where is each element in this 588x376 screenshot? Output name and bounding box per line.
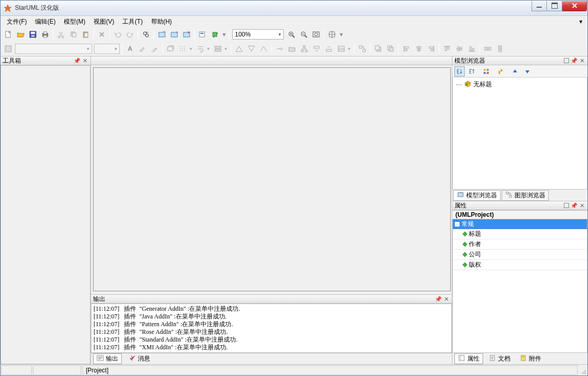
show-op1-button[interactable]	[233, 43, 245, 54]
paste-button[interactable]	[80, 29, 91, 40]
tab-attachments[interactable]: 附件	[516, 353, 545, 364]
output-pin-icon[interactable]: 📌	[435, 295, 442, 303]
toolbox-pin-icon[interactable]: 📌	[74, 57, 81, 64]
font-family-combo[interactable]	[15, 44, 92, 54]
zoom-fit-button[interactable]	[310, 29, 322, 40]
model-browser-close-icon[interactable]: ✕	[578, 57, 585, 64]
undo-button[interactable]	[112, 29, 123, 40]
menubar-expand-icon[interactable]: ▾	[579, 18, 585, 25]
tab-model-browser[interactable]: 模型浏览器	[453, 190, 501, 201]
menu-file[interactable]: 文件(F)	[3, 16, 31, 27]
align-hcenter-button[interactable]	[413, 43, 425, 54]
compartment-button[interactable]	[336, 43, 347, 54]
tab-properties[interactable]: 属性	[454, 353, 483, 364]
linestyle-dropdown-icon[interactable]: ▾	[190, 46, 194, 51]
properties-pin-icon[interactable]: 📌	[571, 202, 578, 209]
diagram-del-button[interactable]	[181, 29, 192, 40]
show-op3-button[interactable]	[258, 43, 269, 54]
folder-button[interactable]	[286, 43, 298, 54]
output-body[interactable]: [11:12:07] 插件 "Generator AddIn" :在菜单中注册成…	[91, 304, 452, 353]
find-button[interactable]	[140, 29, 152, 40]
cut-button[interactable]	[56, 29, 67, 40]
menu-edit[interactable]: 编辑(E)	[31, 16, 60, 27]
color-fill-button[interactable]	[3, 43, 14, 54]
properties-grid[interactable]: - 常规 标题 作者 公司 版权	[452, 219, 587, 353]
tree-refresh-button[interactable]	[495, 66, 506, 77]
print-button[interactable]	[40, 29, 51, 40]
hierarchy-button[interactable]	[299, 43, 310, 54]
prop-row-author[interactable]: 作者	[453, 239, 587, 250]
tree-down-button[interactable]	[522, 66, 532, 77]
tab-docs[interactable]: 文档	[485, 353, 514, 364]
model-browser-dock-icon[interactable]	[564, 58, 569, 63]
align-dropdown-icon[interactable]: ▾	[339, 29, 344, 40]
sort-asc-button[interactable]	[454, 66, 465, 77]
model-browser-pin-icon[interactable]: 📌	[571, 57, 578, 64]
align-center-button[interactable]	[326, 29, 338, 40]
align-bottom-button[interactable]	[466, 43, 477, 54]
menu-help[interactable]: 帮助(H)	[147, 16, 176, 27]
diagram-new-button[interactable]	[156, 29, 168, 40]
toolbox-close-icon[interactable]: ✕	[81, 57, 88, 64]
menu-model[interactable]: 模型(M)	[60, 16, 89, 27]
tab-diagram-browser[interactable]: 图形浏览器	[502, 190, 549, 201]
prop-row-copyright[interactable]: 版权	[453, 260, 587, 270]
tree-root-item[interactable]: ⋯ 无标题	[455, 80, 585, 89]
tab-output[interactable]: 输出	[93, 353, 122, 364]
brush-button[interactable]	[149, 43, 160, 54]
stereotype-button[interactable]	[165, 43, 176, 54]
output-close-icon[interactable]: ✕	[443, 295, 450, 303]
distribute-h-button[interactable]	[482, 43, 493, 54]
zoom-out-button[interactable]	[298, 29, 309, 40]
delete-button[interactable]	[96, 29, 107, 40]
highlight-button[interactable]	[137, 43, 148, 54]
align-right-button[interactable]	[426, 43, 437, 54]
bring-front-button[interactable]	[373, 43, 384, 54]
category-toggle-icon[interactable]: -	[455, 222, 460, 227]
copy-button[interactable]	[68, 29, 79, 40]
layout-auto-button[interactable]	[357, 43, 368, 54]
properties-close-icon[interactable]: ✕	[578, 202, 585, 209]
diagram-add-button[interactable]: +	[169, 29, 180, 40]
tree-filter-button[interactable]	[481, 66, 491, 77]
addins-button[interactable]	[209, 29, 220, 40]
collapse-button[interactable]	[311, 43, 322, 54]
show-op2-button[interactable]	[246, 43, 257, 54]
suppress-attr-button[interactable]	[212, 43, 224, 54]
menu-view[interactable]: 视图(V)	[89, 16, 118, 27]
maximize-button[interactable]	[547, 1, 562, 11]
expand-button[interactable]	[323, 43, 335, 54]
wordwrap-dropdown-icon[interactable]: ▾	[207, 46, 211, 51]
sort-desc-button[interactable]	[467, 66, 477, 77]
tab-messages[interactable]: 消息	[125, 353, 154, 364]
minimize-button[interactable]	[531, 1, 547, 11]
zoom-in-button[interactable]	[286, 29, 297, 40]
close-button[interactable]	[562, 1, 587, 11]
font-color-button[interactable]: A	[124, 43, 136, 54]
align-top-button[interactable]	[442, 43, 453, 54]
properties-category[interactable]: - 常规	[453, 219, 587, 229]
menu-tools[interactable]: 工具(T)	[118, 16, 146, 27]
prop-row-title[interactable]: 标题	[453, 229, 587, 239]
model-tree[interactable]: ⋯ 无标题	[452, 78, 587, 190]
compartment-dropdown-icon[interactable]: ▾	[348, 46, 352, 51]
resize-grip-icon[interactable]	[578, 365, 587, 375]
send-back-button[interactable]	[385, 43, 396, 54]
wordwrap-button[interactable]	[195, 43, 206, 54]
suppress-dropdown-icon[interactable]: ▾	[225, 46, 229, 51]
zoom-combo[interactable]: 100%	[232, 29, 284, 40]
new-button[interactable]	[3, 29, 14, 40]
font-size-combo[interactable]	[94, 44, 120, 54]
diagram-canvas[interactable]	[93, 67, 451, 291]
align-left-button[interactable]	[401, 43, 412, 54]
tree-up-button[interactable]	[510, 66, 520, 77]
properties-dock-icon[interactable]	[564, 203, 569, 208]
save-button[interactable]	[27, 29, 39, 40]
align-vcenter-button[interactable]	[454, 43, 465, 54]
options-button[interactable]	[197, 29, 208, 40]
linestyle-button[interactable]	[177, 43, 189, 54]
redo-button[interactable]	[124, 29, 136, 40]
open-button[interactable]	[15, 29, 26, 40]
prop-row-company[interactable]: 公司	[453, 250, 587, 260]
arrow-right-button[interactable]	[274, 43, 285, 54]
